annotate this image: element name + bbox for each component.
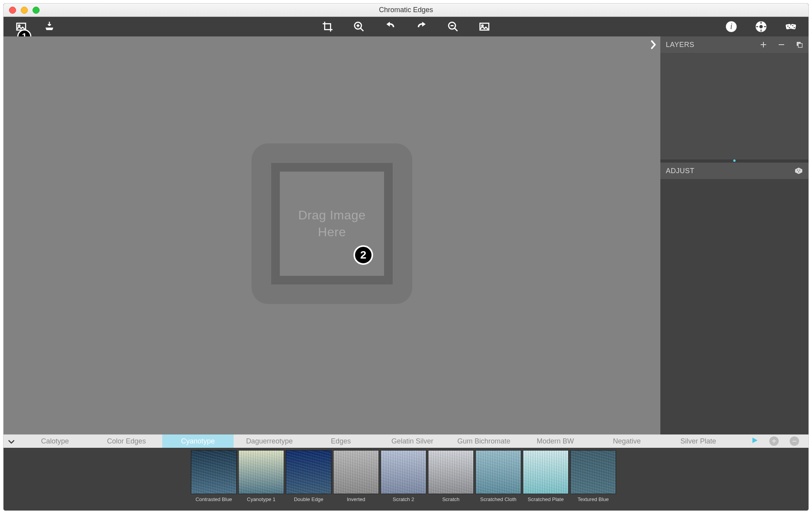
canvas-area[interactable]: Drag Image Here 2 — [4, 36, 660, 434]
preset-label: Scratched Plate — [528, 496, 564, 502]
save-export-button[interactable] — [44, 21, 55, 33]
preset-thumbnail — [191, 450, 237, 494]
preset-label: Cyanotype 1 — [247, 496, 276, 502]
svg-marker-22 — [795, 168, 802, 174]
preset-item[interactable]: Scratch — [428, 450, 474, 502]
svg-point-25 — [798, 172, 799, 172]
window-title: Chromatic Edges — [379, 6, 433, 14]
svg-rect-21 — [798, 43, 802, 47]
zoom-in-button[interactable] — [353, 21, 365, 33]
svg-rect-15 — [790, 24, 796, 29]
svg-rect-14 — [786, 24, 791, 29]
svg-point-23 — [797, 170, 798, 170]
zoom-presets-in-button[interactable]: + — [769, 436, 779, 446]
preset-label: Inverted — [347, 496, 365, 502]
fit-view-button[interactable] — [478, 21, 490, 33]
svg-rect-13 — [764, 26, 766, 27]
svg-rect-12 — [756, 26, 758, 27]
crop-button[interactable] — [322, 21, 334, 33]
adjust-randomize-button[interactable] — [794, 167, 803, 175]
preset-label: Contrasted Blue — [196, 496, 232, 502]
duplicate-layer-button[interactable] — [796, 41, 803, 48]
svg-point-9 — [759, 25, 763, 29]
svg-point-19 — [794, 27, 795, 28]
category-tab[interactable]: Gum Bichromate — [448, 434, 519, 448]
app-window: Chromatic Edges — [3, 3, 809, 511]
category-collapse-button[interactable] — [4, 437, 19, 446]
layers-panel-header: LAYERS — [660, 36, 808, 53]
svg-point-24 — [799, 170, 800, 170]
category-tab[interactable]: Color Edges — [91, 434, 162, 448]
layers-panel-body — [660, 53, 808, 163]
layers-label: LAYERS — [666, 41, 694, 49]
preset-item[interactable]: Scratch 2 — [381, 450, 426, 502]
preset-thumbnail — [238, 450, 284, 494]
preset-thumbnail — [428, 450, 474, 494]
divider-handle-icon — [733, 159, 736, 162]
category-tab[interactable]: Negative — [591, 434, 662, 448]
preset-item[interactable]: Contrasted Blue — [191, 450, 237, 502]
preset-item[interactable]: Scratched Cloth — [475, 450, 521, 502]
traffic-lights — [4, 7, 40, 14]
undo-button[interactable] — [384, 21, 396, 33]
settings-button[interactable] — [755, 21, 767, 33]
collapse-sidebar-button[interactable] — [649, 40, 656, 52]
adjust-label: ADJUST — [666, 167, 694, 175]
preset-label: Scratch 2 — [393, 496, 414, 502]
titlebar: Chromatic Edges — [4, 4, 808, 17]
category-tab[interactable]: Silver Plate — [663, 434, 734, 448]
redo-button[interactable] — [416, 21, 428, 33]
remove-layer-button[interactable] — [778, 41, 785, 48]
svg-point-18 — [792, 25, 794, 26]
image-dropzone[interactable]: Drag Image Here 2 — [252, 143, 412, 304]
svg-point-17 — [789, 27, 790, 28]
category-tab[interactable]: Gelatin Silver — [377, 434, 448, 448]
preset-item[interactable]: Double Edge — [286, 450, 332, 502]
dropzone-inner: Drag Image Here — [271, 163, 393, 284]
preset-thumbnail — [381, 450, 426, 494]
category-tab[interactable]: Modern BW — [520, 434, 591, 448]
category-tab[interactable]: Calotype — [19, 434, 91, 448]
dropzone-line2: Here — [318, 225, 346, 239]
close-window-button[interactable] — [9, 7, 16, 14]
main-content-row: Drag Image Here 2 LAYERS A — [4, 36, 808, 434]
preset-thumbnail — [333, 450, 379, 494]
minimize-window-button[interactable] — [21, 7, 28, 14]
svg-point-16 — [787, 25, 788, 27]
svg-rect-10 — [761, 22, 762, 24]
fullscreen-window-button[interactable] — [33, 7, 40, 14]
preset-thumbnail — [475, 450, 521, 494]
preset-item[interactable]: Cyanotype 1 — [238, 450, 284, 502]
preset-thumbnail — [570, 450, 616, 494]
panel-divider[interactable] — [660, 159, 808, 163]
preset-label: Double Edge — [294, 496, 323, 502]
svg-marker-26 — [752, 438, 758, 443]
svg-text:i: i — [730, 22, 732, 31]
preset-label: Scratched Cloth — [480, 496, 517, 502]
category-tab[interactable]: Cyanotype — [162, 434, 234, 448]
add-layer-button[interactable] — [760, 41, 767, 48]
category-list: CalotypeColor EdgesCyanotypeDaguerreotyp… — [19, 434, 734, 448]
callout-badge-2: 2 — [353, 245, 373, 265]
category-bar: CalotypeColor EdgesCyanotypeDaguerreotyp… — [4, 434, 808, 448]
preset-label: Textured Blue — [578, 496, 609, 502]
randomize-button[interactable] — [785, 21, 797, 33]
category-tab[interactable]: Daguerreotype — [234, 434, 305, 448]
preset-label: Scratch — [442, 496, 459, 502]
preset-thumbnail — [523, 450, 569, 494]
svg-rect-11 — [761, 30, 762, 32]
preset-strip: Contrasted BlueCyanotype 1Double EdgeInv… — [4, 448, 808, 510]
dropzone-line1: Drag Image — [298, 208, 366, 222]
category-tab[interactable]: Edges — [305, 434, 377, 448]
right-sidebar: LAYERS ADJUST — [660, 36, 808, 434]
info-button[interactable]: i — [725, 21, 737, 33]
play-preview-button[interactable] — [751, 436, 758, 446]
preset-item[interactable]: Inverted — [333, 450, 379, 502]
zoom-out-button[interactable] — [447, 21, 459, 33]
preset-item[interactable]: Scratched Plate — [523, 450, 569, 502]
preset-item[interactable]: Textured Blue — [570, 450, 616, 502]
zoom-presets-out-button[interactable]: − — [790, 436, 799, 446]
adjust-panel-header: ADJUST — [660, 163, 808, 179]
adjust-panel-body — [660, 179, 808, 434]
preset-thumbnail — [286, 450, 332, 494]
